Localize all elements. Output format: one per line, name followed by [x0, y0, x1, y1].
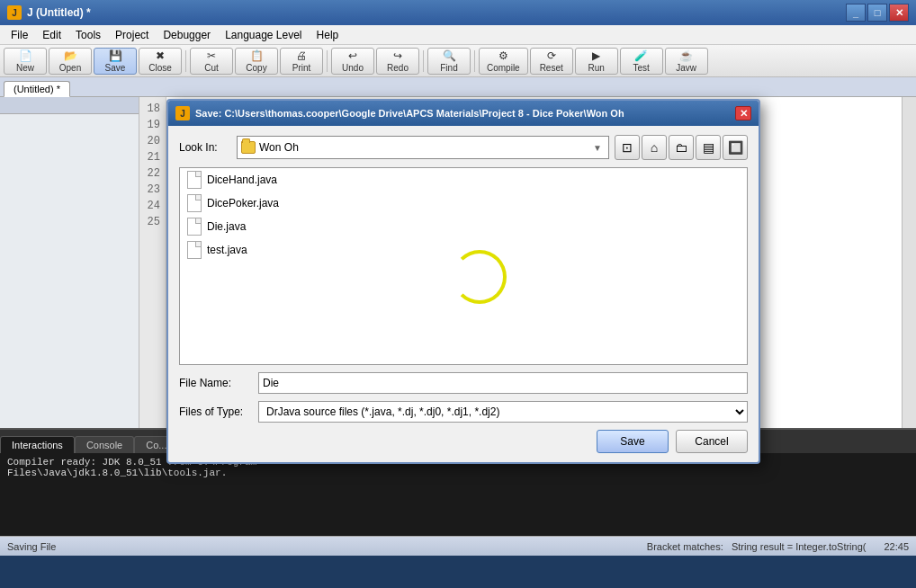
file-name: DicePoker.java [207, 197, 279, 209]
reset-button[interactable]: ⟳ Reset [530, 48, 573, 75]
close-button[interactable]: ✕ [889, 4, 909, 22]
undo-icon: ↩ [348, 49, 357, 62]
menu-file[interactable]: File [4, 27, 35, 43]
list-item[interactable]: Die.java [180, 215, 747, 238]
java-icon: ☕ [679, 49, 693, 62]
list-item[interactable]: DiceHand.java [180, 168, 747, 192]
open-button[interactable]: 📂 Open [49, 48, 92, 75]
look-in-select[interactable]: Won Oh ▼ [237, 136, 609, 159]
file-name: DiceHand.java [207, 174, 277, 186]
menu-help[interactable]: Help [310, 27, 346, 43]
tab-interactions[interactable]: Interactions [0, 436, 75, 453]
new-folder-button[interactable]: 🗀 [669, 135, 694, 160]
cut-button[interactable]: ✂ Cut [190, 48, 233, 75]
save-icon: 💾 [109, 49, 122, 62]
save-button[interactable]: 💾 Save [94, 48, 137, 75]
test-button[interactable]: 🧪 Test [620, 48, 663, 75]
file-name: Die.java [207, 220, 246, 233]
save-dialog: J Save: C:\Users\thomas.cooper\Google Dr… [166, 99, 760, 464]
menu-language-level[interactable]: Language Level [218, 27, 309, 43]
file-icon [187, 218, 202, 236]
file-name-row: File Name: [179, 372, 748, 394]
close-doc-button[interactable]: ✖ Close [139, 48, 182, 75]
window-controls: _ □ ✕ [846, 4, 909, 22]
status-bar: Saving File Bracket matches: String resu… [0, 536, 916, 556]
list-view-button[interactable]: ▤ [696, 135, 721, 160]
file-name-input[interactable] [258, 372, 748, 394]
bracket-status: Bracket matches: String result = Integer… [647, 541, 867, 552]
files-of-type-row: Files of Type: DrJava source files (*.ja… [179, 401, 748, 423]
file-icon [187, 194, 202, 212]
dialog-body: Look In: Won Oh ▼ ⊡ ⌂ 🗀 ▤ 🔲 DiceHand.jav… [168, 126, 759, 462]
folder-icon [241, 141, 256, 154]
menu-edit[interactable]: Edit [35, 27, 68, 43]
loading-spinner [453, 250, 507, 304]
details-view-button[interactable]: 🔲 [723, 135, 748, 160]
dialog-title-bar: J Save: C:\Users\thomas.cooper\Google Dr… [168, 101, 759, 126]
run-button[interactable]: ▶ Run [575, 48, 618, 75]
menu-tools[interactable]: Tools [68, 27, 108, 43]
compiler-output-line2: Files\Java\jdk1.8.0_51\lib\tools.jar. [7, 468, 909, 478]
dialog-save-button[interactable]: Save [597, 430, 669, 453]
recent-locations-button[interactable]: ⊡ [615, 135, 640, 160]
look-in-label: Look In: [179, 141, 231, 154]
sidebar [0, 97, 139, 428]
file-icon [187, 241, 202, 259]
bottom-output: Compiler ready: JDK 8.0_51 from C:\Progr… [0, 453, 916, 536]
look-in-row: Look In: Won Oh ▼ ⊡ ⌂ 🗀 ▤ 🔲 [179, 135, 748, 160]
undo-button[interactable]: ↩ Undo [331, 48, 374, 75]
close-doc-icon: ✖ [156, 49, 165, 62]
minimize-button[interactable]: _ [846, 4, 866, 22]
menu-project[interactable]: Project [108, 27, 156, 43]
app-icon: J [7, 5, 22, 20]
run-icon: ▶ [592, 49, 600, 62]
status-left: Saving File [7, 541, 647, 552]
dialog-title: Save: C:\Users\thomas.cooper\Google Driv… [195, 108, 735, 119]
title-bar: J J (Untitled) * _ □ ✕ [0, 0, 916, 25]
java-button[interactable]: ☕ Javw [665, 48, 708, 75]
sidebar-header [0, 97, 139, 114]
dialog-cancel-button[interactable]: Cancel [676, 430, 748, 453]
dialog-close-button[interactable]: ✕ [735, 106, 751, 120]
cut-icon: ✂ [207, 49, 216, 62]
nav-buttons: ⊡ ⌂ 🗀 ▤ 🔲 [615, 135, 748, 160]
copy-button[interactable]: 📋 Copy [235, 48, 278, 75]
files-of-type-label: Files of Type: [179, 405, 251, 418]
compile-button[interactable]: ⚙ Compile [479, 48, 528, 75]
maximize-button[interactable]: □ [867, 4, 887, 22]
status-right: Bracket matches: String result = Integer… [647, 541, 909, 552]
list-item[interactable]: DicePoker.java [180, 192, 747, 215]
current-folder-text: Won Oh [259, 141, 587, 154]
menu-bar: File Edit Tools Project Debugger Languag… [0, 25, 916, 45]
new-button[interactable]: 📄 New [4, 48, 47, 75]
dialog-icon: J [175, 106, 190, 120]
toolbar: 📄 New 📂 Open 💾 Save ✖ Close ✂ Cut 📋 Copy… [0, 45, 916, 77]
file-name-label: File Name: [179, 377, 251, 389]
tab-console[interactable]: Console [75, 436, 134, 453]
menu-debugger[interactable]: Debugger [156, 27, 218, 43]
redo-icon: ↪ [393, 49, 402, 62]
home-button[interactable]: ⌂ [642, 135, 667, 160]
copy-icon: 📋 [250, 49, 264, 62]
find-icon: 🔍 [443, 49, 456, 62]
file-tabs: (Untitled) * [0, 77, 916, 97]
compile-icon: ⚙ [498, 49, 508, 62]
file-icon [187, 171, 202, 189]
line-numbers: 18 19 20 21 22 23 24 25 [139, 97, 166, 428]
file-list[interactable]: DiceHand.java DicePoker.java Die.java te… [179, 167, 748, 365]
file-name: test.java [207, 244, 247, 256]
dialog-buttons: Save Cancel [179, 430, 748, 453]
open-icon: 📂 [64, 49, 77, 62]
print-icon: 🖨 [296, 49, 307, 62]
redo-button[interactable]: ↪ Redo [376, 48, 419, 75]
find-button[interactable]: 🔍 Find [427, 48, 471, 75]
files-of-type-select[interactable]: DrJava source files (*.java, *.dj, *.dj0… [258, 401, 748, 423]
dropdown-arrow-icon: ▼ [590, 143, 605, 153]
time-display: 22:45 [884, 541, 909, 552]
tab-untitled[interactable]: (Untitled) * [4, 81, 70, 97]
new-icon: 📄 [19, 49, 32, 62]
scrollbar[interactable] [902, 97, 916, 428]
reset-icon: ⟳ [547, 49, 556, 62]
app-title: J (Untitled) * [27, 6, 846, 19]
print-button[interactable]: 🖨 Print [280, 48, 323, 75]
